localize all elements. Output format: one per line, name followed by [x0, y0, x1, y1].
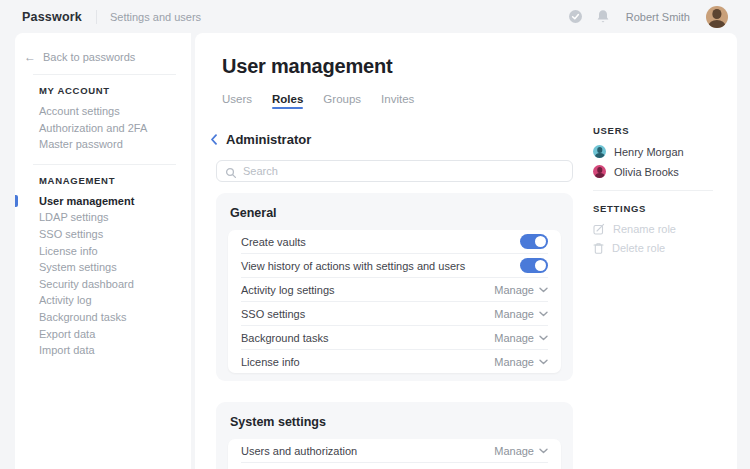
- sidebar-item-import-data[interactable]: Import data: [39, 342, 191, 359]
- edit-icon: [593, 223, 605, 235]
- sidebar-header-management: MANAGEMENT: [39, 175, 191, 186]
- tab-invites[interactable]: Invites: [381, 93, 414, 113]
- rename-role-label: Rename role: [613, 223, 676, 235]
- tab-roles[interactable]: Roles: [272, 93, 303, 113]
- back-link-label: Back to passwords: [43, 51, 135, 63]
- chevron-down-icon: [539, 311, 548, 317]
- sidebar-item-background-tasks[interactable]: Background tasks: [39, 309, 191, 326]
- sidebar-divider: [33, 74, 176, 75]
- sidebar-management-list: User management LDAP settings SSO settin…: [15, 193, 191, 359]
- sidebar-item-user-management[interactable]: User management: [39, 193, 191, 210]
- olivia-brooks-avatar: [593, 165, 606, 178]
- main-panel: User management Users Roles Groups Invit…: [195, 33, 737, 469]
- trash-icon: [593, 242, 604, 254]
- row-label: Background tasks: [241, 332, 328, 344]
- activity-log-manage-dropdown[interactable]: Manage: [494, 284, 548, 296]
- app-logo[interactable]: Passwork: [22, 10, 82, 24]
- rename-role-button[interactable]: Rename role: [593, 223, 728, 235]
- delete-role-label: Delete role: [612, 242, 665, 254]
- sidebar-item-activity-log[interactable]: Activity log: [39, 292, 191, 309]
- sidebar-item-export-data[interactable]: Export data: [39, 326, 191, 343]
- background-tasks-manage-dropdown[interactable]: Manage: [494, 332, 548, 344]
- row-view-history: View history of actions with settings an…: [241, 253, 548, 277]
- row-license-info: License info Manage: [241, 349, 548, 373]
- chevron-down-icon: [539, 287, 548, 293]
- chevron-down-icon: [539, 448, 548, 454]
- row-create-vaults: Create vaults: [241, 230, 548, 253]
- sidebar-item-ldap-settings[interactable]: LDAP settings: [39, 209, 191, 226]
- manage-label: Manage: [494, 308, 534, 320]
- user-name-label: Henry Morgan: [614, 146, 684, 158]
- row-activity-log-settings: Activity log settings Manage: [241, 277, 548, 301]
- search-bar: [216, 160, 573, 182]
- sidebar-header-my-account: MY ACCOUNT: [39, 85, 191, 96]
- search-input[interactable]: [216, 160, 573, 182]
- row-users-and-authorization: Users and authorization Manage: [241, 439, 548, 462]
- user-name[interactable]: Robert Smith: [626, 11, 690, 23]
- section-general-title: General: [230, 206, 559, 220]
- back-to-passwords-link[interactable]: ← Back to passwords: [24, 51, 191, 63]
- row-sso-settings: SSO settings Manage: [241, 301, 548, 325]
- section-general: General Create vaults View history of ac…: [216, 193, 573, 381]
- role-aside: USERS Henry Morgan Olivia Brooks SETTING…: [593, 125, 728, 261]
- chevron-down-icon: [539, 359, 548, 365]
- sidebar-divider: [33, 164, 176, 165]
- sidebar: ← Back to passwords MY ACCOUNT Account s…: [15, 33, 191, 469]
- section-system-settings: System settings Users and authorization …: [216, 402, 573, 469]
- user-olivia-brooks[interactable]: Olivia Brooks: [593, 165, 728, 178]
- search-icon: [225, 165, 237, 183]
- users-header: USERS: [593, 125, 728, 136]
- manage-label: Manage: [494, 356, 534, 368]
- chevron-left-icon[interactable]: [210, 134, 218, 145]
- view-history-toggle[interactable]: [520, 258, 548, 273]
- row-label: Activity log settings: [241, 284, 335, 296]
- sidebar-item-authorization-2fa[interactable]: Authorization and 2FA: [39, 120, 191, 137]
- tab-groups[interactable]: Groups: [323, 93, 361, 113]
- general-rows-card: Create vaults View history of actions wi…: [228, 230, 561, 373]
- settings-header: SETTINGS: [593, 203, 728, 214]
- topbar-section-label: Settings and users: [110, 11, 201, 23]
- henry-morgan-avatar: [593, 145, 606, 158]
- user-avatar[interactable]: [706, 6, 728, 28]
- sidebar-item-sso-settings[interactable]: SSO settings: [39, 226, 191, 243]
- manage-label: Manage: [494, 284, 534, 296]
- manage-label: Manage: [494, 445, 534, 457]
- system-rows-card: Users and authorization Manage Sessions …: [228, 439, 561, 469]
- bell-icon[interactable]: [596, 9, 610, 24]
- chevron-down-icon: [539, 335, 548, 341]
- row-background-tasks: Background tasks Manage: [241, 325, 548, 349]
- manage-label: Manage: [494, 332, 534, 344]
- sidebar-item-security-dashboard[interactable]: Security dashboard: [39, 276, 191, 293]
- sso-settings-manage-dropdown[interactable]: Manage: [494, 308, 548, 320]
- user-name-label: Olivia Brooks: [614, 166, 679, 178]
- sidebar-item-master-password[interactable]: Master password: [39, 136, 191, 153]
- section-system-settings-title: System settings: [230, 415, 559, 429]
- back-arrow-icon: ←: [24, 52, 36, 63]
- row-label: Create vaults: [241, 236, 306, 248]
- license-info-manage-dropdown[interactable]: Manage: [494, 356, 548, 368]
- row-label: Users and authorization: [241, 445, 357, 457]
- row-label: View history of actions with settings an…: [241, 260, 465, 272]
- status-check-circle-icon[interactable]: [568, 9, 583, 24]
- row-label: SSO settings: [241, 308, 305, 320]
- row-label: License info: [241, 356, 300, 368]
- row-sessions-settings: Sessions settings Manage: [241, 462, 548, 469]
- users-authorization-manage-dropdown[interactable]: Manage: [494, 445, 548, 457]
- create-vaults-toggle[interactable]: [520, 234, 548, 249]
- tab-bar: Users Roles Groups Invites: [222, 93, 737, 113]
- sidebar-item-license-info[interactable]: License info: [39, 243, 191, 260]
- sidebar-item-account-settings[interactable]: Account settings: [39, 103, 191, 120]
- role-name: Administrator: [226, 132, 311, 147]
- page-title: User management: [222, 55, 737, 78]
- sidebar-item-system-settings[interactable]: System settings: [39, 259, 191, 276]
- user-henry-morgan[interactable]: Henry Morgan: [593, 145, 728, 158]
- sidebar-my-account-list: Account settings Authorization and 2FA M…: [15, 103, 191, 153]
- topbar: Passwork Settings and users Robert Smith: [0, 0, 750, 33]
- tab-users[interactable]: Users: [222, 93, 252, 113]
- aside-divider: [593, 190, 713, 191]
- delete-role-button[interactable]: Delete role: [593, 242, 728, 254]
- topbar-right: Robert Smith: [568, 6, 750, 28]
- topbar-divider: [96, 10, 97, 24]
